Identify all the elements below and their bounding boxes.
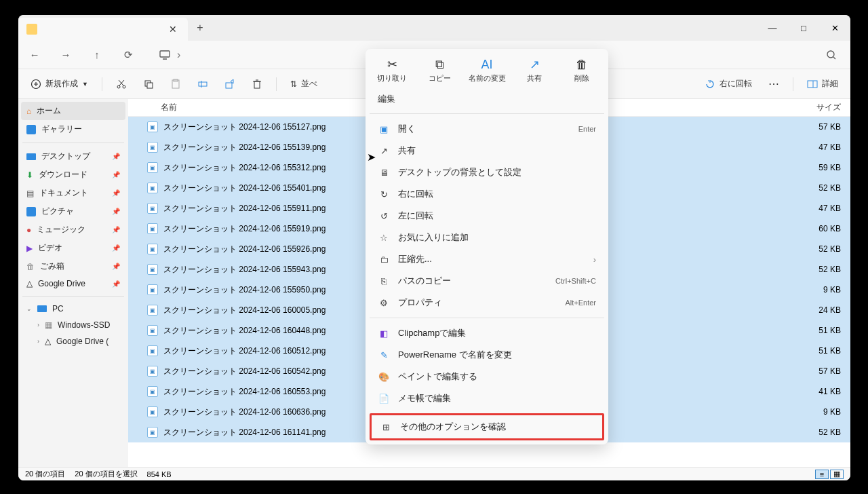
ctx-favorite[interactable]: ☆お気に入りに追加 xyxy=(366,227,608,248)
file-name: スクリーンショット 2024-12-06 155926.png xyxy=(163,244,326,255)
file-size: 52 KB xyxy=(789,265,850,274)
copypath-icon: ⎘ xyxy=(378,276,390,286)
ctx-share2[interactable]: ↗共有 xyxy=(366,140,608,162)
ctx-notepad[interactable]: 📄メモ帳で編集 xyxy=(366,387,608,409)
pin-icon: 📌 xyxy=(112,153,120,160)
ctx-paint[interactable]: 🎨ペイントで編集する xyxy=(366,366,608,387)
more-button[interactable]: ⋯ xyxy=(763,75,785,93)
image-file-icon: ▣ xyxy=(147,264,158,275)
copy-icon: ⧉ xyxy=(435,57,444,72)
sidebar-item-trash[interactable]: 🗑ごみ箱📌 xyxy=(21,257,125,276)
cut-button[interactable] xyxy=(111,76,132,92)
minimize-button[interactable]: — xyxy=(757,15,788,41)
notepad-icon: 📄 xyxy=(378,394,390,404)
file-name: スクリーンショット 2024-12-06 155139.png xyxy=(163,142,326,153)
image-file-icon: ▣ xyxy=(147,121,158,132)
pin-icon: 📌 xyxy=(112,263,120,270)
image-file-icon: ▣ xyxy=(147,203,158,214)
svg-point-2 xyxy=(827,51,834,58)
download-icon: ⬇ xyxy=(26,170,33,180)
share-icon: ↗ xyxy=(530,57,540,72)
svg-rect-0 xyxy=(160,51,170,57)
scissors-icon: ✂ xyxy=(387,57,397,72)
file-size: 51 KB xyxy=(789,346,850,356)
open-icon: ▣ xyxy=(378,124,390,134)
sidebar-item-winssd[interactable]: ›▦Windows-SSD xyxy=(21,317,125,333)
ctx-powerrename[interactable]: ✎PowerRename で名前を変更 xyxy=(366,344,608,366)
back-button[interactable]: ← xyxy=(28,49,41,60)
close-button[interactable]: ✕ xyxy=(819,15,850,41)
cursor-icon: ➤ xyxy=(367,151,376,164)
sidebar-item-downloads[interactable]: ⬇ダウンロード📌 xyxy=(21,166,125,184)
sidebar-item-pictures[interactable]: ピクチャ📌 xyxy=(21,202,125,221)
copy-button[interactable] xyxy=(138,76,159,92)
sidebar-item-music[interactable]: ●ミュージック📌 xyxy=(21,221,125,239)
file-size: 9 KB xyxy=(789,407,850,417)
image-file-icon: ▣ xyxy=(147,325,158,336)
sidebar-item-videos[interactable]: ▶ビデオ📌 xyxy=(21,239,125,257)
ctx-more-options[interactable]: ⊞その他のオプションを確認 xyxy=(372,415,602,438)
sidebar-item-documents[interactable]: ▤ドキュメント📌 xyxy=(21,184,125,202)
pin-icon: 📌 xyxy=(112,171,120,178)
sidebar-item-gdrive[interactable]: △Google Drive📌 xyxy=(21,276,125,292)
ctx-open[interactable]: ▣開くEnter xyxy=(366,118,608,140)
file-size: 24 KB xyxy=(789,305,850,315)
image-file-icon: ▣ xyxy=(147,183,158,193)
ctx-wallpaper[interactable]: 🖥デスクトップの背景として設定 xyxy=(366,162,608,183)
file-name: スクリーンショット 2024-12-06 155943.png xyxy=(163,264,326,276)
ctx-clipchamp[interactable]: ◧Clipchampで編集 xyxy=(366,322,608,344)
file-size: 47 KB xyxy=(789,142,850,152)
pictures-icon xyxy=(26,207,36,216)
rename-button[interactable] xyxy=(192,76,214,92)
delete-button[interactable] xyxy=(246,76,268,92)
image-file-icon: ▣ xyxy=(147,345,158,356)
ctx-rotate-right[interactable]: ↻右に回転 xyxy=(366,183,608,205)
new-tab-button[interactable]: + xyxy=(188,22,212,34)
desktop-icon xyxy=(26,153,36,160)
chevron-right-icon: › xyxy=(593,254,596,265)
sidebar-item-gallery[interactable]: ギャラリー xyxy=(21,120,125,138)
file-size: 60 KB xyxy=(789,224,850,233)
sidebar-item-desktop[interactable]: デスクトップ📌 xyxy=(21,147,125,166)
sort-button[interactable]: ⇅並べ xyxy=(285,75,323,92)
ctx-copy[interactable]: ⧉コピー xyxy=(416,54,463,86)
forward-button[interactable]: → xyxy=(59,49,73,60)
ctx-rename[interactable]: AI名前の変更 xyxy=(463,54,511,86)
rotate-right-icon: ↻ xyxy=(378,189,390,200)
trash-icon xyxy=(252,79,262,90)
thumbnails-view-button[interactable]: ▦ xyxy=(830,470,844,479)
status-count: 20 個の項目 xyxy=(25,469,65,479)
file-size: 52 KB xyxy=(789,428,850,437)
ctx-share[interactable]: ↗共有 xyxy=(511,54,558,86)
sidebar-item-gdrive2[interactable]: ›△Google Drive ( xyxy=(21,333,125,349)
file-name: スクリーンショット 2024-12-06 160542.png xyxy=(163,366,326,377)
up-button[interactable]: ↑ xyxy=(90,49,104,60)
share-button[interactable] xyxy=(219,76,241,92)
tab[interactable]: ✕ xyxy=(18,18,188,41)
file-name: スクリーンショット 2024-12-06 160636.png xyxy=(163,406,326,418)
pin-icon: 📌 xyxy=(112,226,120,233)
pin-icon: 📌 xyxy=(112,244,120,252)
details-view-button[interactable]: ≡ xyxy=(815,470,829,479)
ctx-rotate-left[interactable]: ↺左に回転 xyxy=(366,205,608,227)
ctx-copypath[interactable]: ⎘パスのコピーCtrl+Shift+C xyxy=(366,270,608,292)
rotate-right-button[interactable]: 右に回転 xyxy=(699,75,757,92)
ctx-delete[interactable]: 🗑削除 xyxy=(558,54,606,86)
paste-button[interactable] xyxy=(165,76,186,92)
refresh-button[interactable]: ⟳ xyxy=(121,49,135,61)
ctx-compress[interactable]: 🗀圧縮先...› xyxy=(366,248,608,270)
sidebar-item-pc[interactable]: ⌄PC xyxy=(21,301,125,317)
details-pane-icon xyxy=(807,79,818,90)
wallpaper-icon: 🖥 xyxy=(378,168,390,178)
image-file-icon: ▣ xyxy=(147,142,158,153)
share-icon xyxy=(224,79,235,90)
search-icon[interactable] xyxy=(826,50,837,60)
details-button[interactable]: 詳細 xyxy=(802,75,844,92)
new-button[interactable]: 新規作成 ▼ xyxy=(25,75,94,92)
column-size[interactable]: サイズ xyxy=(789,102,850,113)
tab-close-button[interactable]: ✕ xyxy=(163,20,182,39)
sidebar-item-home[interactable]: ⌂ホーム xyxy=(21,102,125,120)
maximize-button[interactable]: □ xyxy=(788,15,819,41)
ctx-properties[interactable]: ⚙プロパティAlt+Enter xyxy=(366,292,608,314)
ctx-cut[interactable]: ✂切り取り xyxy=(368,54,416,86)
